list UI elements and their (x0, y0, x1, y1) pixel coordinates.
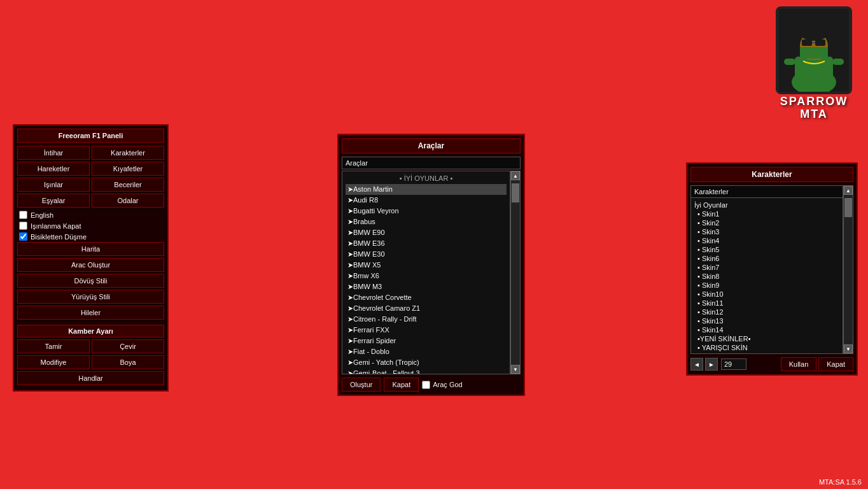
bisikletten-checkbox[interactable] (19, 232, 27, 241)
list-item[interactable]: ➤Bmw X6 (346, 271, 507, 281)
kapat-center-button[interactable]: Kapat (384, 378, 419, 392)
arac-god-checkbox[interactable] (422, 381, 430, 389)
list-item[interactable]: ➤BMW E90 (346, 227, 507, 238)
karakterler-category: İyi Oyunlar (694, 199, 839, 209)
karakterler-title: Karakterler (690, 167, 853, 182)
yuruyus-stili-button[interactable]: Yürüyüş Stili (17, 290, 164, 304)
logo-area: SPARROW MTA (766, 6, 862, 121)
karakterler-scrollbar[interactable]: ▲ ▼ (843, 185, 853, 354)
list-item[interactable]: •YENİ SKİNLER• (694, 334, 839, 343)
odalar-button[interactable]: Odalar (92, 194, 164, 208)
list-item[interactable]: • Skin3 (694, 227, 839, 236)
harita-button[interactable]: Harita (17, 242, 164, 256)
araclar-list-inner: • İYİ OYUNLAR • ➤Aston Martin ➤Audi R8 ➤… (342, 171, 510, 374)
olustur-button[interactable]: Oluştur (342, 378, 381, 392)
esyalar-button[interactable]: Eşyalar (17, 194, 90, 208)
kullan-button[interactable]: Kullan (781, 357, 817, 371)
isinlar-button[interactable]: Işınlar (17, 178, 90, 192)
list-item[interactable]: ➤Bugatti Veyron (346, 206, 507, 216)
right-scroll-thumb[interactable] (844, 198, 852, 217)
araclar-scrollbar[interactable]: ▲ ▼ (510, 171, 521, 374)
list-item[interactable]: ➤BMW E30 (346, 249, 507, 260)
svg-rect-11 (832, 59, 844, 65)
karakterler-list-header: Karakterler (691, 186, 843, 198)
scroll-down-btn[interactable]: ▼ (511, 365, 520, 374)
karakterler-list-area: Karakterler İyi Oyunlar • Skin1 • Skin2 … (690, 185, 853, 354)
modifiye-button[interactable]: Modifiye (17, 355, 90, 369)
list-item[interactable]: • Skin7 (694, 263, 839, 272)
left-panel: Freeoram F1 Paneli İntihar Karakterler H… (13, 124, 169, 392)
arac-god-row: Araç God (422, 381, 462, 389)
list-item[interactable]: • Skin5 (694, 245, 839, 254)
hareketler-button[interactable]: Hareketler (17, 162, 90, 176)
boya-button[interactable]: Boya (92, 355, 164, 369)
list-item[interactable]: • Skin14 (694, 325, 839, 334)
list-item[interactable]: ➤Chevrolet Corvette (346, 292, 507, 303)
list-item[interactable]: ➤Ferrari Spider (346, 336, 507, 346)
list-item[interactable]: • Skin8 (694, 272, 839, 281)
intihar-button[interactable]: İntihar (17, 146, 90, 160)
list-item[interactable]: ➤Gemi - Yatch (Tropic) (346, 357, 507, 368)
nav-buttons: ◄ ► (690, 358, 718, 371)
araclar-list-box[interactable]: • İYİ OYUNLAR • ➤Aston Martin ➤Audi R8 ➤… (342, 171, 510, 374)
list-item[interactable]: ➤Brabus (346, 216, 507, 227)
karakterler-panel: Karakterler Karakterler İyi Oyunlar • Sk… (686, 162, 858, 376)
list-item[interactable]: • Skin11 (694, 299, 839, 308)
beceriler-button[interactable]: Beceriler (92, 178, 164, 192)
list-item[interactable]: ➤Gemi-Boat - Fallout 3 (346, 368, 507, 374)
list-item[interactable]: ➤BMW E36 (346, 238, 507, 249)
list-item[interactable]: ➤Ferrari FXX (346, 325, 507, 336)
list-item[interactable]: • Skin1 (694, 209, 839, 218)
tamir-button[interactable]: Tamir (17, 339, 90, 353)
cevir-button[interactable]: Çevir (92, 339, 164, 353)
bisikletten-checkbox-row: Bisikletten Düşme (17, 231, 164, 242)
list-item[interactable]: ➤BMW M3 (346, 281, 507, 292)
svg-point-9 (800, 25, 828, 41)
right-scroll-up[interactable]: ▲ (844, 186, 853, 195)
handlar-button[interactable]: Handlar (17, 371, 164, 385)
karakterler-list-inner: İyi Oyunlar • Skin1 • Skin2 • Skin3 • Sk… (691, 198, 843, 353)
nav-right-button[interactable]: ► (705, 358, 718, 371)
scroll-up-btn[interactable]: ▲ (511, 171, 520, 180)
english-checkbox[interactable] (19, 211, 27, 219)
karakterler-button[interactable]: Karakterler (92, 146, 164, 160)
list-item[interactable]: • Skin9 (694, 281, 839, 290)
list-item[interactable]: ➤Chevrolet Camaro Z1 (346, 303, 507, 314)
list-item[interactable]: • Skin6 (694, 254, 839, 263)
karakterler-list-box[interactable]: Karakterler İyi Oyunlar • Skin1 • Skin2 … (690, 185, 843, 354)
mta-version: MTA:SA 1.5.6 (819, 478, 862, 486)
araclar-panel: Araçlar Araçlar • İYİ OYUNLAR • ➤Aston M… (337, 134, 525, 396)
right-footer-buttons: Kullan Kapat (781, 357, 853, 371)
araclar-category: • İYİ OYUNLAR • (346, 173, 507, 184)
arac-olustur-button[interactable]: Arac Oluştur (17, 258, 164, 272)
list-item[interactable]: • Skin4 (694, 236, 839, 245)
list-item[interactable]: • Skin12 (694, 308, 839, 316)
list-item[interactable]: • Skin10 (694, 290, 839, 299)
list-item[interactable]: ➤BMW X5 (346, 260, 507, 271)
right-scroll-down[interactable]: ▼ (844, 344, 853, 353)
right-scroll-track (844, 195, 853, 344)
bisikletten-label: Bisikletten Düşme (31, 233, 87, 241)
svg-rect-2 (795, 57, 833, 85)
nav-left-button[interactable]: ◄ (690, 358, 703, 371)
skin-id-input[interactable] (721, 358, 746, 370)
list-item[interactable]: • Skin13 (694, 316, 839, 325)
top-buttons-grid: İntihar Karakterler Hareketler Kıyafetle… (17, 146, 164, 208)
scroll-thumb[interactable] (512, 183, 519, 202)
list-item[interactable]: • YARIŞCI SKİN (694, 343, 839, 352)
list-item[interactable]: ➤Fiat - Doblo (346, 346, 507, 357)
logo-character (776, 6, 852, 94)
hileler-button[interactable]: Hileler (17, 306, 164, 320)
left-panel-title: Freeoram F1 Paneli (17, 129, 164, 143)
english-label: English (31, 211, 53, 219)
list-item[interactable]: • Skin2 (694, 218, 839, 227)
araclar-list-header: Araçlar (342, 157, 521, 169)
kiyafetler-button[interactable]: Kıyafetler (92, 162, 164, 176)
logo-title: SPARROW MTA (780, 96, 848, 121)
kapat-right-button[interactable]: Kapat (818, 357, 853, 371)
isinlanma-checkbox[interactable] (19, 222, 27, 230)
list-item[interactable]: ➤Audi R8 (346, 195, 507, 206)
dovus-stili-button[interactable]: Dövüş Stili (17, 274, 164, 288)
list-item[interactable]: ➤Aston Martin (346, 184, 507, 195)
list-item[interactable]: ➤Citroen - Rally - Drift (346, 314, 507, 325)
